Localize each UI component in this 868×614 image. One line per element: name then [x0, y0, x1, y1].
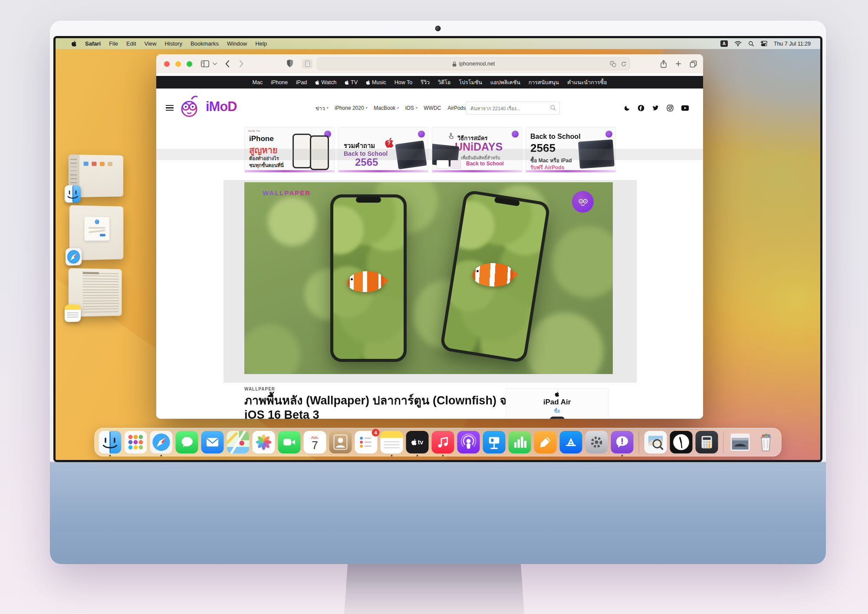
dock-pages-icon[interactable] [534, 431, 557, 453]
card-text: Back to School [530, 133, 581, 141]
sidebar-chevron-icon[interactable] [213, 62, 217, 66]
dock-appstore-icon[interactable] [560, 431, 582, 453]
forward-button[interactable] [239, 60, 244, 68]
menu-bookmarks[interactable]: Bookmarks [191, 40, 219, 47]
zoom-button[interactable] [187, 61, 192, 67]
subnav-ios[interactable]: iOS▾ [405, 105, 418, 111]
dock-clock-icon[interactable] [670, 431, 693, 453]
dock-facetime-icon[interactable] [278, 431, 301, 453]
share-icon[interactable] [660, 60, 667, 68]
nav-mac[interactable]: Mac [253, 79, 263, 85]
dark-mode-icon[interactable] [624, 105, 630, 112]
wifi-icon[interactable] [734, 41, 742, 46]
card-text: iPhone [249, 135, 274, 143]
site-logo[interactable]: iMoD [179, 95, 237, 119]
dock-finder-icon[interactable] [99, 431, 122, 453]
back-button[interactable] [225, 60, 230, 68]
stage-window-safari[interactable] [69, 205, 123, 260]
nav-promotion[interactable]: โปรโมชัน [459, 78, 482, 87]
nav-tv[interactable]: TV [345, 79, 358, 85]
address-bar[interactable]: iphonemod.net [317, 57, 630, 70]
nav-review[interactable]: รีวิว [421, 78, 430, 87]
nav-support[interactable]: การสนับสนุน [529, 78, 559, 87]
nav-iphone[interactable]: iPhone [271, 79, 288, 85]
dock-safari-icon[interactable] [150, 431, 173, 453]
dock-photos-icon[interactable] [253, 431, 275, 453]
dock-numbers-icon[interactable] [509, 431, 531, 453]
dock-reminders-icon[interactable]: 4 [355, 431, 378, 453]
facebook-icon[interactable] [638, 105, 644, 112]
minimize-button[interactable] [175, 61, 181, 67]
dock-podcasts-icon[interactable] [457, 431, 480, 453]
nav-buying-guide[interactable]: คำแนะนำการซื้อ [567, 78, 607, 87]
finder-thumb-files [84, 161, 113, 166]
spotlight-icon[interactable] [748, 41, 754, 47]
dock-music-icon[interactable] [432, 431, 454, 453]
menubar-clock[interactable]: Thu 7 Jul 11:29 [774, 41, 811, 47]
site-social-icons [624, 105, 689, 112]
menu-safari[interactable]: Safari [85, 40, 101, 47]
card-accent-strip [526, 170, 615, 172]
privacy-shield-icon[interactable] [286, 59, 293, 68]
dock-contacts-icon[interactable] [329, 431, 352, 453]
running-indicator [442, 455, 444, 456]
safari-badge-icon [66, 248, 82, 266]
nav-ipad[interactable]: iPad [296, 79, 307, 85]
dock-calendar-icon[interactable]: JUL 7 [304, 431, 326, 453]
control-center-icon[interactable] [761, 41, 767, 46]
imod-mini-logo-icon [605, 131, 612, 138]
nav-watch[interactable]: Watch [315, 79, 336, 85]
menu-edit[interactable]: Edit [126, 40, 136, 47]
new-tab-icon[interactable] [675, 60, 682, 67]
dock-feedback-assistant-icon[interactable] [611, 431, 634, 453]
search-icon[interactable] [550, 105, 556, 113]
close-button[interactable] [164, 61, 170, 67]
dock-tv-icon[interactable]: tv [406, 431, 429, 453]
stage-window-finder[interactable] [69, 154, 123, 197]
dock-settings-icon[interactable] [585, 431, 608, 453]
stage-window-notes[interactable] [69, 268, 122, 317]
subnav-news[interactable]: ข่าว▾ [316, 104, 328, 112]
nav-howto[interactable]: How To [395, 79, 412, 85]
dock-maps-icon[interactable] [227, 431, 250, 453]
menu-window[interactable]: Window [227, 40, 247, 47]
menu-history[interactable]: History [164, 40, 182, 47]
subnav-wwdc[interactable]: WWDC [424, 105, 441, 111]
ipad-air-ad[interactable]: iPad Air ซื้อ [506, 388, 608, 419]
nav-application[interactable]: แอปพลิเคชัน [490, 78, 520, 87]
dock-mail-icon[interactable] [201, 431, 224, 453]
dock-messages-icon[interactable] [176, 431, 198, 453]
apple-menu-icon[interactable] [71, 40, 77, 47]
hamburger-menu-icon[interactable] [166, 105, 174, 111]
twitter-icon[interactable] [652, 105, 659, 112]
translate-icon[interactable] [610, 61, 616, 67]
dock-trash-icon[interactable] [755, 431, 777, 453]
instagram-icon[interactable] [667, 105, 674, 112]
menu-file[interactable]: File [109, 40, 118, 47]
dock-downloads-file-icon[interactable] [729, 431, 752, 453]
ad-buy-link[interactable]: ซื้อ [506, 407, 608, 415]
reload-icon[interactable] [621, 61, 627, 67]
youtube-icon[interactable] [681, 105, 689, 111]
tab-overview-icon[interactable] [690, 60, 697, 68]
nav-music[interactable]: Music [366, 79, 386, 85]
subnav-macbook[interactable]: MacBook▾ [374, 105, 399, 111]
form-field [89, 227, 105, 229]
dock-calculator-icon[interactable] [696, 431, 718, 453]
input-source-indicator[interactable]: A [720, 40, 728, 47]
page-settings-icon[interactable] [302, 59, 312, 69]
article-title[interactable]: ภาพพื้นหลัง (Wallpaper) ปลาการ์ตูน (Clow… [244, 394, 526, 419]
nav-video[interactable]: วิดีโอ [438, 78, 450, 87]
tv-label: tv [418, 439, 423, 446]
site-search-input[interactable] [470, 102, 545, 115]
menu-help[interactable]: Help [255, 40, 267, 47]
article-category[interactable]: WALLPAPER [244, 387, 275, 391]
subnav-iphone2020[interactable]: iPhone 2020▾ [335, 105, 367, 111]
hero-image[interactable]: WALLPAPER [244, 182, 613, 374]
menu-view[interactable]: View [145, 40, 157, 47]
dock-preview-icon[interactable] [644, 431, 667, 453]
sidebar-toggle-icon[interactable] [201, 60, 209, 67]
dock-keynote-icon[interactable] [483, 431, 506, 453]
dock-launchpad-icon[interactable] [125, 431, 147, 453]
dock-notes-icon[interactable] [381, 431, 403, 453]
